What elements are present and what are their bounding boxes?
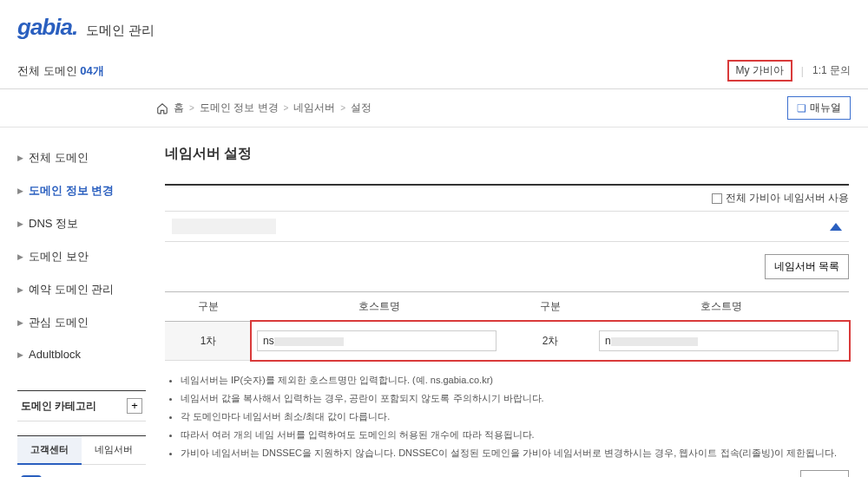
nameserver-table: 구분 호스트명 구분 호스트명 1차 ns <box>165 291 849 361</box>
sidebar-item-reserved-domain[interactable]: ▶예약 도메인 관리 <box>17 273 146 306</box>
page-title: 네임서버 설정 <box>165 145 849 163</box>
sidebar-item-dns-info[interactable]: ▶DNS 정보 <box>17 207 146 240</box>
crumb-2[interactable]: 네임서버 <box>293 101 335 115</box>
add-category-button[interactable]: + <box>127 398 142 414</box>
crumb-home[interactable]: 홈 <box>174 101 184 115</box>
sidebar-item-adultblock[interactable]: ▶Adultblock <box>17 339 146 369</box>
tab-nameserver[interactable]: 네임서버 <box>82 436 146 465</box>
domain-category-title: 도메인 카테고리 <box>21 399 96 414</box>
chevron-right-icon: ▶ <box>17 285 23 294</box>
col-kind: 구분 <box>165 292 252 322</box>
phone-box: 1544-4370 <box>17 465 146 477</box>
crumb-1[interactable]: 도메인 정보 변경 <box>200 101 279 115</box>
sidebar-item-favorite-domain[interactable]: ▶관심 도메인 <box>17 306 146 339</box>
logo[interactable]: gabia. <box>17 14 77 41</box>
col-kind-2: 구분 <box>507 292 594 322</box>
row-label-1: 1차 <box>165 322 252 361</box>
row-label-2: 2차 <box>507 322 594 360</box>
home-icon[interactable] <box>156 102 168 114</box>
domain-select-placeholder[interactable] <box>172 219 276 234</box>
manual-button[interactable]: ❏ 매뉴얼 <box>787 96 851 120</box>
inquiry-link[interactable]: 1:1 문의 <box>812 63 851 78</box>
divider: | <box>801 65 804 77</box>
tab-customer-center[interactable]: 고객센터 <box>17 436 82 465</box>
book-icon: ❏ <box>797 102 806 114</box>
chevron-right-icon: ▶ <box>17 219 23 228</box>
chevron-right-icon: ▶ <box>17 350 23 359</box>
chevron-right-icon: ▶ <box>17 252 23 261</box>
logo-subtitle: 도메인 관리 <box>86 23 155 39</box>
add-nameserver-button[interactable]: + 추가 <box>800 470 849 477</box>
col-host-2: 호스트명 <box>594 292 849 322</box>
sidebar-item-all-domains[interactable]: ▶전체 도메인 <box>17 141 146 174</box>
breadcrumb: 홈 > 도메인 정보 변경 > 네임서버 > 설정 <box>156 101 372 115</box>
use-all-gabia-ns-checkbox[interactable]: 전체 가비아 네임서버 사용 <box>712 191 849 206</box>
crumb-3: 설정 <box>351 101 372 115</box>
chevron-right-icon: ▶ <box>17 154 23 162</box>
sidebar-item-domain-info-change[interactable]: ▶도메인 정보 변경 <box>17 174 146 207</box>
chevron-right-icon: ▶ <box>17 318 23 327</box>
notes-list: 네임서버는 IP(숫자)를 제외한 호스트명만 입력합니다. (예. ns.ga… <box>165 361 849 465</box>
chevron-right-icon: ▶ <box>17 186 23 195</box>
my-gabia-link[interactable]: My 가비아 <box>727 60 792 82</box>
collapse-up-icon[interactable] <box>830 223 842 231</box>
col-host: 호스트명 <box>252 292 507 322</box>
nameserver-input-2[interactable]: n <box>599 330 838 351</box>
sidebar-item-domain-security[interactable]: ▶도메인 보안 <box>17 240 146 273</box>
checkbox-icon <box>712 193 722 204</box>
total-domain-count: 전체 도메인 04개 <box>17 63 104 79</box>
nameserver-input-1[interactable]: ns <box>257 330 496 351</box>
nameserver-list-button[interactable]: 네임서버 목록 <box>765 254 849 279</box>
